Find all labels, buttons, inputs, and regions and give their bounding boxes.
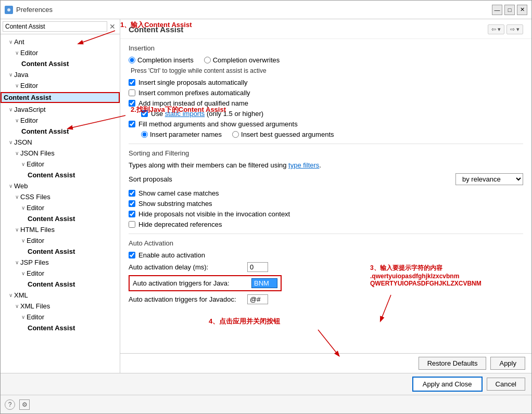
completion-radio-group: Completion inserts Completion overwrites [129,56,523,64]
sidebar-item-xml-editor[interactable]: ∨ Editor [1,312,120,322]
completion-inserts-input[interactable] [129,57,135,63]
sidebar-item-json-files[interactable]: ∨ JSON Files [1,148,120,159]
sort-proposals-row: Sort proposals by relevance alphabetical… [129,173,523,185]
forward-button[interactable]: ⇨ ▾ [506,24,523,34]
chevron-icon: ∨ [21,314,25,320]
help-icon[interactable]: ? [5,399,15,410]
chevron-icon: ∨ [15,50,19,56]
search-clear-icon[interactable]: ✕ [107,22,118,31]
chevron-icon: ∨ [9,39,12,45]
sidebar-item-css-editor[interactable]: ∨ Editor [1,202,120,213]
sidebar-item-xml[interactable]: ∨ XML [1,290,120,301]
enable-auto-checkbox[interactable]: Enable auto activation [129,251,523,259]
sidebar-item-css-ca[interactable]: Content Assist [1,213,120,224]
sidebar-item-ant[interactable]: ∨ Ant [1,36,120,47]
preferences-window: Preferences — □ ✕ ✕ ∨ Ant [0,0,532,414]
sidebar-item-jsp-ca[interactable]: Content Assist [1,279,120,290]
sidebar-item-jsp-editor[interactable]: ∨ Editor [1,268,120,279]
sidebar-label: Editor [27,313,44,321]
insert-single-checkbox[interactable]: Insert single proposals automatically [129,79,523,86]
sidebar-label: Content Assist [28,324,75,332]
sidebar-item-js[interactable]: ∨ JavaScript [1,104,120,115]
sidebar-label: JSP Files [20,258,49,266]
completion-inserts-label: Completion inserts [137,56,194,64]
sidebar-item-js-editor[interactable]: ∨ Editor [1,115,120,126]
sidebar-item-java[interactable]: ∨ Java [1,69,120,80]
add-import-checkbox[interactable]: Add import instead of qualified name [129,99,523,107]
auto-activation-title: Auto Activation [129,239,523,247]
hide-deprecated-checkbox[interactable]: Hide deprecated references [129,221,523,228]
insert-best-radio[interactable]: Insert best guessed arguments [232,131,334,138]
sidebar-item-json-editor-ca[interactable]: Content Assist [1,170,120,180]
completion-overwrites-radio[interactable]: Completion overwrites [204,56,280,64]
delay-input[interactable] [247,262,268,272]
javadoc-triggers-input[interactable] [247,294,268,304]
sidebar-item-css[interactable]: ∨ CSS Files [1,191,120,202]
substring-label: Show substring matches [138,200,212,208]
search-input[interactable] [3,21,107,32]
apply-button[interactable]: Apply [490,357,525,370]
sidebar-label: Editor [27,160,44,168]
hide-not-visible-checkbox[interactable]: Hide proposals not visible in the invoca… [129,210,523,218]
sidebar-item-js-editor-ca[interactable]: Content Assist [1,126,120,137]
chevron-icon: ∨ [21,161,25,167]
apply-and-close-button[interactable]: Apply and Close [412,377,483,392]
java-triggers-input[interactable] [251,278,277,288]
minimize-button[interactable]: — [492,5,502,15]
search-bar: ✕ [1,19,120,34]
sidebar-label: Editor [20,82,38,89]
sidebar-item-html-editor[interactable]: ∨ Editor [1,235,120,246]
sort-proposals-select[interactable]: by relevance alphabetically [455,173,523,185]
camel-case-checkbox[interactable]: Show camel case matches [129,189,523,197]
sidebar-label: Ant [14,38,24,46]
sidebar-item-web[interactable]: ∨ Web [1,180,120,191]
fill-method-checkbox[interactable]: Fill method arguments and show guessed a… [129,120,523,128]
window-title: Preferences [16,6,53,14]
sidebar-label: XML Files [20,302,50,310]
cancel-button[interactable]: Cancel [487,378,525,391]
sidebar-label: Editor [27,269,44,277]
sidebar-item-ant-editor-ca[interactable]: Content Assist [1,58,120,69]
maximize-button[interactable]: □ [504,5,515,15]
insert-common-checkbox[interactable]: Insert common prefixes automatically [129,89,523,97]
panel-header: Content Assist ⇦ ▾ ⇨ ▾ [120,19,531,39]
substring-checkbox[interactable]: Show substring matches [129,200,523,208]
sidebar-item-json-editor[interactable]: ∨ Editor [1,159,120,170]
use-static-checkbox[interactable]: Use static imports (only 1.5 or higher) [129,110,523,118]
sidebar-item-jsp[interactable]: ∨ JSP Files [1,257,120,268]
sidebar-item-java-editor-ca[interactable]: Content Assist [1,91,120,104]
sidebar-label: Content Assist [21,127,69,135]
tree: ∨ Ant ∨ Editor Content Assist [1,34,120,373]
type-filters-link[interactable]: type filters [288,161,319,169]
sidebar-item-html[interactable]: ∨ HTML Files [1,224,120,235]
sidebar-item-xml-ca[interactable]: Content Assist [1,322,120,333]
sidebar-item-json[interactable]: ∨ JSON [1,137,120,148]
sidebar-item-ant-editor[interactable]: ∨ Editor [1,47,120,58]
sidebar-label: Content Assist [28,280,75,288]
restore-defaults-button[interactable]: Restore Defaults [419,357,487,370]
completion-overwrites-input[interactable] [204,57,211,63]
sidebar-item-html-ca[interactable]: Content Assist [1,246,120,257]
back-button[interactable]: ⇦ ▾ [488,24,504,34]
settings-icon[interactable]: ⚙ [19,399,30,410]
use-static-label: Use static imports (only 1.5 or higher) [151,110,263,118]
sidebar-label: HTML Files [20,226,55,234]
panel-title: Content Assist [129,25,183,34]
close-button[interactable]: ✕ [517,5,527,15]
chevron-icon: ∨ [9,139,12,145]
javadoc-triggers-label: Auto activation triggers for Javadoc: [129,295,243,303]
sidebar-item-xml-files[interactable]: ∨ XML Files [1,301,120,312]
right-panel: Content Assist ⇦ ▾ ⇨ ▾ Insertion Complet… [120,19,531,373]
enable-auto-label: Enable auto activation [138,251,205,259]
sidebar-label: Editor [20,117,38,124]
panel-body: Insertion Completion inserts Completion … [120,39,531,353]
chevron-icon: ∨ [15,194,19,200]
sidebar-item-java-editor[interactable]: ∨ Editor [1,80,120,91]
sidebar-label: Content Assist [4,94,51,101]
titlebar-controls: — □ ✕ [492,5,527,15]
sidebar-label: Editor [20,49,38,57]
insert-param-radio[interactable]: Insert parameter names [141,131,222,138]
camel-case-label: Show camel case matches [138,189,219,197]
completion-inserts-radio[interactable]: Completion inserts [129,56,194,64]
static-imports-link[interactable]: static imports [165,110,205,118]
